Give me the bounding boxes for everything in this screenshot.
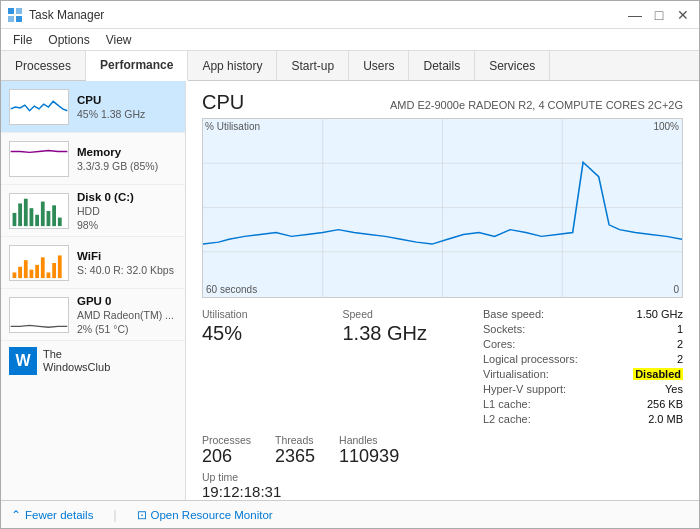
svg-rect-1 <box>16 8 22 14</box>
processes-row: Processes 206 Threads 2365 Handles 11093… <box>202 434 683 467</box>
open-monitor-label: Open Resource Monitor <box>151 509 273 521</box>
cpu-thumb <box>9 89 69 125</box>
uptime-value: 19:12:18:31 <box>202 483 683 500</box>
chart-y-100: 100% <box>653 121 679 132</box>
chart-x-right: 0 <box>673 284 679 295</box>
gpu-sidebar-title: GPU 0 <box>77 295 177 307</box>
stat-val-sockets: 1 <box>677 323 683 335</box>
speed-label: Speed <box>343 308 484 320</box>
gpu-sidebar-sub1: AMD Radeon(TM) ... <box>77 309 177 321</box>
memory-info: Memory 3.3/3.9 GB (85%) <box>77 146 177 172</box>
threads-label: Threads <box>275 434 315 446</box>
disk-sidebar-sub2: 98% <box>77 219 177 231</box>
maximize-button[interactable]: □ <box>649 5 669 25</box>
cpu-model-label: AMD E2-9000e RADEON R2, 4 COMPUTE CORES … <box>390 99 683 111</box>
tab-details[interactable]: Details <box>409 51 475 80</box>
stat-key-l2: L2 cache: <box>483 413 531 425</box>
window-title: Task Manager <box>29 8 104 22</box>
speed-value: 1.38 GHz <box>343 322 484 345</box>
minimize-button[interactable]: — <box>625 5 645 25</box>
stat-base-speed: Base speed: 1.50 GHz <box>483 308 683 320</box>
stat-key-l1: L1 cache: <box>483 398 531 410</box>
svg-rect-0 <box>8 8 14 14</box>
right-stats: Base speed: 1.50 GHz Sockets: 1 Cores: 2… <box>483 308 683 428</box>
memory-thumb <box>9 141 69 177</box>
disk-sidebar-sub1: HDD <box>77 205 177 217</box>
tab-performance[interactable]: Performance <box>86 51 188 81</box>
threads-col: Threads 2365 <box>275 434 315 467</box>
cpu-header: CPU AMD E2-9000e RADEON R2, 4 COMPUTE CO… <box>202 91 683 114</box>
close-button[interactable]: ✕ <box>673 5 693 25</box>
svg-rect-20 <box>30 269 34 278</box>
disk-info: Disk 0 (C:) HDD 98% <box>77 191 177 231</box>
gpu-info: GPU 0 AMD Radeon(TM) ... 2% (51 °C) <box>77 295 177 335</box>
gpu-thumb <box>9 297 69 333</box>
tab-users[interactable]: Users <box>349 51 409 80</box>
sidebar-item-memory[interactable]: Memory 3.3/3.9 GB (85%) <box>1 133 185 185</box>
stat-val-virtualisation: Disabled <box>633 368 683 380</box>
svg-rect-24 <box>52 263 56 278</box>
tab-services[interactable]: Services <box>475 51 550 80</box>
processes-label: Processes <box>202 434 251 446</box>
sidebar-item-wifi[interactable]: WiFi S: 40.0 R: 32.0 Kbps <box>1 237 185 289</box>
svg-rect-7 <box>13 212 17 225</box>
wifi-sidebar-title: WiFi <box>77 250 177 262</box>
sidebar-item-cpu[interactable]: CPU 45% 1.38 GHz <box>1 81 185 133</box>
task-manager-window: Task Manager — □ ✕ File Options View Pro… <box>0 0 700 529</box>
disk-sidebar-title: Disk 0 (C:) <box>77 191 177 203</box>
tab-processes[interactable]: Processes <box>1 51 86 80</box>
cpu-sidebar-sub: 45% 1.38 GHz <box>77 108 177 120</box>
svg-rect-12 <box>41 201 45 226</box>
wifi-thumb <box>9 245 69 281</box>
stat-l1: L1 cache: 256 KB <box>483 398 683 410</box>
svg-rect-3 <box>16 16 22 22</box>
memory-sidebar-sub: 3.3/3.9 GB (85%) <box>77 160 177 172</box>
uptime-label: Up time <box>202 471 683 483</box>
open-resource-monitor-button[interactable]: ⊡ Open Resource Monitor <box>137 508 273 522</box>
title-bar-left: Task Manager <box>7 7 104 23</box>
menu-options[interactable]: Options <box>40 31 97 49</box>
stat-key-hyperv: Hyper-V support: <box>483 383 566 395</box>
stat-key-cores: Cores: <box>483 338 515 350</box>
fewer-details-button[interactable]: ⌃ Fewer details <box>11 508 93 522</box>
sidebar-item-disk[interactable]: Disk 0 (C:) HDD 98% <box>1 185 185 237</box>
stat-sockets: Sockets: 1 <box>483 323 683 335</box>
svg-rect-23 <box>47 272 51 278</box>
logo-text: The WindowsClub <box>43 348 110 374</box>
svg-rect-13 <box>47 211 51 226</box>
monitor-icon: ⊡ <box>137 508 147 522</box>
app-icon <box>7 7 23 23</box>
stat-logical: Logical processors: 2 <box>483 353 683 365</box>
processes-value: 206 <box>202 446 251 467</box>
disk-thumb <box>9 193 69 229</box>
svg-rect-19 <box>24 260 28 278</box>
utilisation-stat: Utilisation 45% <box>202 308 343 428</box>
stat-key-virtualisation: Virtualisation: <box>483 368 549 380</box>
tab-app-history[interactable]: App history <box>188 51 277 80</box>
sidebar-item-gpu[interactable]: GPU 0 AMD Radeon(TM) ... 2% (51 °C) <box>1 289 185 341</box>
menu-view[interactable]: View <box>98 31 140 49</box>
svg-rect-14 <box>52 205 56 226</box>
utilisation-value: 45% <box>202 322 343 345</box>
svg-rect-8 <box>18 203 22 226</box>
cpu-chart: % Utilisation 100% 60 seconds 0 <box>202 118 683 298</box>
footer-separator: | <box>113 508 116 522</box>
stat-l2: L2 cache: 2.0 MB <box>483 413 683 425</box>
svg-rect-9 <box>24 198 28 225</box>
gpu-sidebar-sub2: 2% (51 °C) <box>77 323 177 335</box>
stat-virtualisation: Virtualisation: Disabled <box>483 368 683 380</box>
logo-icon: W <box>9 347 37 375</box>
menu-bar: File Options View <box>1 29 699 51</box>
chart-x-label: 60 seconds <box>206 284 257 295</box>
wifi-sidebar-sub: S: 40.0 R: 32.0 Kbps <box>77 264 177 276</box>
svg-rect-10 <box>30 208 34 226</box>
footer: ⌃ Fewer details | ⊡ Open Resource Monito… <box>1 500 699 528</box>
title-bar: Task Manager — □ ✕ <box>1 1 699 29</box>
svg-rect-18 <box>18 266 22 277</box>
title-bar-controls: — □ ✕ <box>625 5 693 25</box>
chevron-up-icon: ⌃ <box>11 508 21 522</box>
stat-key-base-speed: Base speed: <box>483 308 544 320</box>
tab-startup[interactable]: Start-up <box>277 51 349 80</box>
svg-rect-17 <box>13 272 17 278</box>
menu-file[interactable]: File <box>5 31 40 49</box>
